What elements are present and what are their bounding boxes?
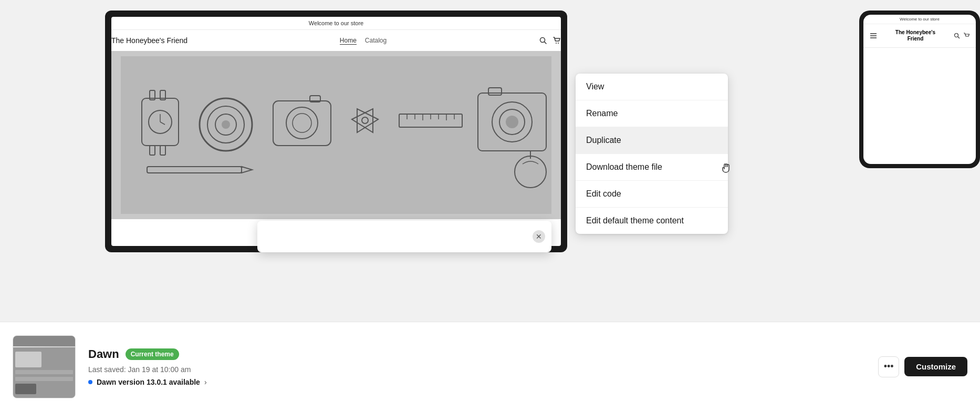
more-options-button[interactable]: •••: [878, 356, 899, 377]
mobile-logo: The Honeybee's Friend: [895, 29, 935, 42]
version-chevron-icon[interactable]: ›: [204, 378, 207, 386]
theme-name-row: Dawn Current theme: [88, 347, 866, 361]
desktop-screen: Welcome to our store The Honeybee's Frie…: [111, 17, 561, 246]
theme-name: Dawn: [88, 347, 119, 361]
cart-icon[interactable]: [552, 36, 561, 45]
store-hero: [111, 51, 561, 219]
bottom-bar: Dawn Current theme Last saved: Jan 19 at…: [0, 322, 980, 411]
mobile-nav: The Honeybee's Friend: [863, 24, 976, 48]
svg-line-43: [958, 37, 960, 38]
announcement-text: Welcome to our store: [309, 20, 363, 26]
svg-point-42: [954, 34, 958, 37]
svg-point-2: [556, 43, 557, 44]
theme-info: Dawn Current theme Last saved: Jan 19 at…: [88, 347, 866, 386]
current-theme-badge: Current theme: [126, 348, 179, 360]
search-icon[interactable]: [539, 36, 547, 45]
store-nav: The Honeybee's Friend Home Catalog: [111, 30, 561, 51]
store-icons: [539, 36, 561, 45]
dropdown-menu: View Rename Duplicate Download theme fil…: [576, 74, 728, 234]
menu-icon: [870, 32, 877, 39]
svg-point-33: [506, 116, 518, 128]
dropdown-item-edit-default[interactable]: Edit default theme content: [576, 208, 728, 234]
dialog-overlay: ✕: [257, 221, 551, 252]
dropdown-item-rename[interactable]: Rename: [576, 100, 728, 127]
store-logo: The Honeybee's Friend: [111, 36, 187, 45]
nav-home[interactable]: Home: [340, 37, 357, 45]
mobile-screen: Welcome to our store The Honeybee's Frie…: [863, 15, 976, 164]
store-announcement: Welcome to our store: [111, 17, 561, 30]
mobile-cart-icon: [963, 33, 969, 39]
last-saved-text: Last saved: Jan 19 at 10:00 am: [88, 365, 866, 374]
version-row: Dawn version 13.0.1 available ›: [88, 378, 866, 386]
store-menu: Home Catalog: [340, 37, 387, 45]
svg-point-3: [558, 43, 559, 44]
thumbnail-strip: [13, 336, 75, 346]
svg-point-16: [222, 120, 230, 129]
svg-rect-4: [121, 56, 551, 214]
dropdown-item-download[interactable]: Download theme file: [576, 154, 728, 181]
dropdown-item-duplicate[interactable]: Duplicate: [576, 127, 728, 154]
theme-thumbnail: [13, 335, 76, 398]
version-dot: [88, 380, 92, 384]
mobile-announcement: Welcome to our store: [863, 15, 976, 24]
nav-catalog[interactable]: Catalog: [365, 37, 387, 45]
thumbnail-inner: [13, 336, 75, 398]
dropdown-item-view[interactable]: View: [576, 74, 728, 100]
mobile-search-icon: [954, 33, 960, 39]
dropdown-item-edit-code[interactable]: Edit code: [576, 181, 728, 208]
customize-button[interactable]: Customize: [904, 357, 967, 376]
hero-illustration: [121, 56, 551, 214]
svg-line-1: [544, 42, 546, 44]
theme-actions: ••• Customize: [878, 356, 967, 377]
desktop-mockup: Welcome to our store The Honeybee's Frie…: [105, 11, 567, 252]
version-text: Dawn version 13.0.1 available: [97, 378, 200, 386]
mobile-mockup: Welcome to our store The Honeybee's Frie…: [859, 11, 980, 168]
main-area: Welcome to our store The Honeybee's Frie…: [0, 0, 980, 411]
dialog-close-button[interactable]: ✕: [533, 230, 545, 243]
